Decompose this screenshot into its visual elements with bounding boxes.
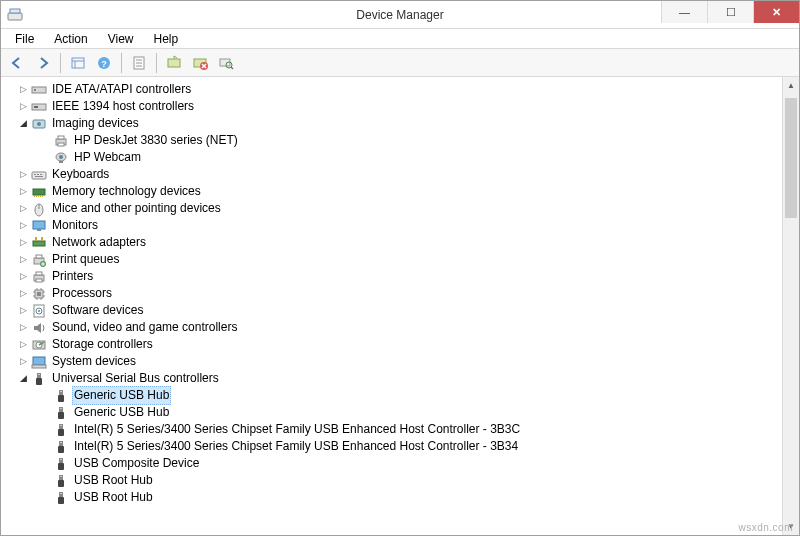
tree-node[interactable]: ▷Print queues <box>9 251 782 268</box>
menu-view[interactable]: View <box>98 30 144 48</box>
expand-icon[interactable]: ▷ <box>17 353 29 370</box>
svg-rect-32 <box>34 174 36 175</box>
show-hidden-button[interactable] <box>66 52 90 74</box>
expand-icon[interactable]: ▷ <box>17 251 29 268</box>
tree-node-label: Mice and other pointing devices <box>50 200 223 217</box>
printq-icon <box>31 252 47 268</box>
expand-icon[interactable]: ▷ <box>17 217 29 234</box>
tree-node[interactable]: ▷Intel(R) 5 Series/3400 Series Chipset F… <box>9 421 782 438</box>
tree-node[interactable]: ▷Software devices <box>9 302 782 319</box>
tree-node[interactable]: ◢Imaging devices <box>9 115 782 132</box>
tree-node[interactable]: ▷Sound, video and game controllers <box>9 319 782 336</box>
svg-text:?: ? <box>101 59 107 69</box>
usb-icon <box>53 388 69 404</box>
tree-node[interactable]: ▷Network adapters <box>9 234 782 251</box>
keyboard-icon <box>31 167 47 183</box>
close-button[interactable]: ✕ <box>753 1 799 23</box>
scan-hardware-button[interactable] <box>214 52 238 74</box>
svg-rect-85 <box>58 446 64 453</box>
svg-rect-33 <box>37 174 39 175</box>
svg-point-20 <box>34 89 36 91</box>
ide-icon <box>31 82 47 98</box>
expand-icon[interactable]: ▷ <box>17 285 29 302</box>
expand-icon[interactable]: ▷ <box>17 81 29 98</box>
tree-node-label: Software devices <box>50 302 145 319</box>
printer-icon <box>53 133 69 149</box>
svg-rect-78 <box>59 407 63 412</box>
expand-icon[interactable]: ▷ <box>17 268 29 285</box>
tree-node[interactable]: ▷Storage controllers <box>9 336 782 353</box>
tree-node[interactable]: ▷Generic USB Hub <box>9 387 782 404</box>
vertical-scrollbar[interactable]: ▲ ▼ <box>782 77 799 535</box>
monitor-icon <box>31 218 47 234</box>
storage-icon <box>31 337 47 353</box>
tree-node[interactable]: ▷HP Webcam <box>9 149 782 166</box>
collapse-icon[interactable]: ◢ <box>17 115 29 132</box>
expand-icon[interactable]: ▷ <box>17 302 29 319</box>
tree-node[interactable]: ▷IEEE 1394 host controllers <box>9 98 782 115</box>
expand-icon[interactable]: ▷ <box>17 319 29 336</box>
expand-icon[interactable]: ▷ <box>17 336 29 353</box>
expand-icon[interactable]: ▷ <box>17 234 29 251</box>
svg-rect-70 <box>33 357 45 365</box>
webcam-icon <box>53 150 69 166</box>
tree-node-label: USB Root Hub <box>72 489 155 506</box>
expand-icon[interactable]: ▷ <box>17 200 29 217</box>
svg-rect-94 <box>58 497 64 504</box>
svg-rect-80 <box>60 408 62 409</box>
imaging-icon <box>31 116 47 132</box>
tree-node-label: USB Root Hub <box>72 472 155 489</box>
toolbar: ? <box>1 49 799 77</box>
usb-icon <box>53 439 69 455</box>
menu-help[interactable]: Help <box>144 30 189 48</box>
properties-button[interactable] <box>127 52 151 74</box>
tree-node-label: Memory technology devices <box>50 183 203 200</box>
menu-file[interactable]: File <box>5 30 44 48</box>
tree-node[interactable]: ▷System devices <box>9 353 782 370</box>
svg-rect-95 <box>60 493 62 494</box>
tree-node[interactable]: ▷Keyboards <box>9 166 782 183</box>
svg-rect-47 <box>35 237 37 241</box>
tree-node[interactable]: ▷Printers <box>9 268 782 285</box>
tree-node[interactable]: ▷Generic USB Hub <box>9 404 782 421</box>
tree-node[interactable]: ▷USB Root Hub <box>9 489 782 506</box>
tree-node[interactable]: ▷Intel(R) 5 Series/3400 Series Chipset F… <box>9 438 782 455</box>
svg-rect-92 <box>60 476 62 477</box>
back-button[interactable] <box>5 52 29 74</box>
tree-node[interactable]: ▷USB Root Hub <box>9 472 782 489</box>
svg-rect-45 <box>37 229 41 231</box>
scroll-track[interactable] <box>783 94 799 518</box>
scroll-thumb[interactable] <box>785 98 797 218</box>
scroll-up-button[interactable]: ▲ <box>783 77 799 94</box>
uninstall-button[interactable] <box>188 52 212 74</box>
tree-node[interactable]: ◢Universal Serial Bus controllers <box>9 370 782 387</box>
window-controls: — ☐ ✕ <box>661 1 799 23</box>
tree-node[interactable]: ▷Mice and other pointing devices <box>9 200 782 217</box>
menu-action[interactable]: Action <box>44 30 97 48</box>
tree-node[interactable]: ▷IDE ATA/ATAPI controllers <box>9 81 782 98</box>
svg-point-67 <box>38 310 40 312</box>
maximize-button[interactable]: ☐ <box>707 1 753 23</box>
help-button[interactable]: ? <box>92 52 116 74</box>
svg-rect-1 <box>10 9 20 13</box>
tree-node[interactable]: ▷USB Composite Device <box>9 455 782 472</box>
tree-node[interactable]: ▷HP DeskJet 3830 series (NET) <box>9 132 782 149</box>
tree-node-label: Monitors <box>50 217 100 234</box>
tree-node[interactable]: ▷Processors <box>9 285 782 302</box>
collapse-icon[interactable]: ◢ <box>17 370 29 387</box>
tree-node[interactable]: ▷Memory technology devices <box>9 183 782 200</box>
minimize-button[interactable]: — <box>661 1 707 23</box>
tree-node[interactable]: ▷Monitors <box>9 217 782 234</box>
tree-node-label: Imaging devices <box>50 115 141 132</box>
tree-node-label: USB Composite Device <box>72 455 201 472</box>
device-tree[interactable]: ▷IDE ATA/ATAPI controllers▷IEEE 1394 hos… <box>1 77 782 535</box>
svg-rect-39 <box>38 195 39 197</box>
update-driver-button[interactable] <box>162 52 186 74</box>
tree-node-label: IDE ATA/ATAPI controllers <box>50 81 193 98</box>
svg-rect-26 <box>58 136 64 139</box>
expand-icon[interactable]: ▷ <box>17 98 29 115</box>
svg-rect-50 <box>36 255 42 258</box>
forward-button[interactable] <box>31 52 55 74</box>
expand-icon[interactable]: ▷ <box>17 166 29 183</box>
expand-icon[interactable]: ▷ <box>17 183 29 200</box>
